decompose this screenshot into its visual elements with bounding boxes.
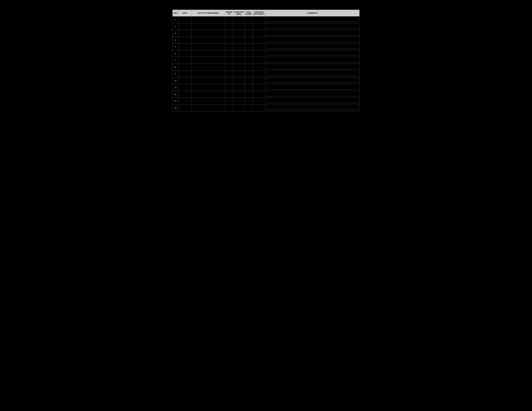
- cell-duration: [233, 23, 245, 30]
- cell-comments: [266, 57, 360, 64]
- cell-warmup: [225, 37, 233, 44]
- cell-activity: [191, 84, 225, 91]
- cell-day: 12: [173, 91, 179, 98]
- cell-duration: [233, 64, 245, 71]
- cell-date: [179, 104, 191, 111]
- cell-activity: [191, 17, 225, 23]
- cell-day: 14: [173, 104, 179, 111]
- table-row: 9: [173, 71, 360, 77]
- cell-day: 7: [173, 57, 179, 64]
- cell-distance: [253, 77, 266, 84]
- cell-day: 4: [173, 37, 179, 44]
- cell-comments: [266, 37, 360, 44]
- cell-activity: [191, 98, 225, 104]
- table-row: 12: [173, 91, 360, 98]
- cell-distance: [253, 17, 266, 23]
- cell-day: 1: [173, 17, 179, 23]
- cell-date: [179, 44, 191, 50]
- table-row: 11: [173, 84, 360, 91]
- cell-duration: [233, 50, 245, 57]
- cell-warmup: [225, 64, 233, 71]
- cell-day: 11: [173, 84, 179, 91]
- cell-distance: [253, 91, 266, 98]
- cell-date: [179, 71, 191, 77]
- table-row: 13: [173, 98, 360, 104]
- cell-warmup: [225, 50, 233, 57]
- table-row: 7: [173, 57, 360, 64]
- cell-distance: [253, 37, 266, 44]
- cell-duration: [233, 17, 245, 23]
- cell-date: [179, 17, 191, 23]
- cell-date: [179, 64, 191, 71]
- header-day: DAY: [173, 10, 179, 17]
- table-row: 5: [173, 44, 360, 50]
- cell-date: [179, 84, 191, 91]
- cell-distance: [253, 23, 266, 30]
- cell-distance: [253, 50, 266, 57]
- table-row: 6: [173, 50, 360, 57]
- cell-activity: [191, 71, 225, 77]
- cell-activity: [191, 91, 225, 98]
- cell-duration: [233, 98, 245, 104]
- table-row: 10: [173, 77, 360, 84]
- cell-warmup: [225, 104, 233, 111]
- cell-day: 5: [173, 44, 179, 50]
- cell-comments: [266, 71, 360, 77]
- cell-warmup: [225, 91, 233, 98]
- cell-date: [179, 57, 191, 64]
- table-row: 8: [173, 64, 360, 71]
- cell-cooldown: [245, 57, 253, 64]
- cell-warmup: [225, 30, 233, 37]
- cell-cooldown: [245, 91, 253, 98]
- cell-cooldown: [245, 98, 253, 104]
- cell-duration: [233, 37, 245, 44]
- cell-duration: [233, 44, 245, 50]
- cell-date: [179, 50, 191, 57]
- table-header-row: DAY DATE ACTIVITY PERFORMED WARM UP DURA…: [173, 10, 360, 17]
- cell-cooldown: [245, 17, 253, 23]
- cell-day: 13: [173, 98, 179, 104]
- cell-cooldown: [245, 37, 253, 44]
- table-row: 4: [173, 37, 360, 44]
- cell-duration: [233, 84, 245, 91]
- cell-duration: [233, 57, 245, 64]
- cell-date: [179, 98, 191, 104]
- cell-duration: [233, 104, 245, 111]
- cell-date: [179, 77, 191, 84]
- cell-warmup: [225, 77, 233, 84]
- cell-duration: [233, 77, 245, 84]
- cell-comments: [266, 84, 360, 91]
- cell-warmup: [225, 17, 233, 23]
- cell-comments: [266, 30, 360, 37]
- header-comments: COMMENTS: [266, 10, 360, 17]
- cell-duration: [233, 91, 245, 98]
- cell-comments: [266, 91, 360, 98]
- cell-comments: [266, 17, 360, 23]
- cell-day: 10: [173, 77, 179, 84]
- cell-day: 2: [173, 23, 179, 30]
- cell-cooldown: [245, 50, 253, 57]
- header-date: DATE: [179, 10, 191, 17]
- cell-warmup: [225, 23, 233, 30]
- cell-activity: [191, 44, 225, 50]
- cell-day: 9: [173, 71, 179, 77]
- cell-warmup: [225, 98, 233, 104]
- cell-date: [179, 91, 191, 98]
- cell-activity: [191, 64, 225, 71]
- cell-warmup: [225, 84, 233, 91]
- cell-activity: [191, 30, 225, 37]
- cell-cooldown: [245, 84, 253, 91]
- table-row: 14: [173, 104, 360, 111]
- cell-cooldown: [245, 77, 253, 84]
- cell-activity: [191, 57, 225, 64]
- cell-activity: [191, 77, 225, 84]
- cell-duration: [233, 71, 245, 77]
- cell-comments: [266, 64, 360, 71]
- cell-warmup: [225, 71, 233, 77]
- cell-activity: [191, 104, 225, 111]
- cell-cooldown: [245, 44, 253, 50]
- cell-distance: [253, 104, 266, 111]
- cell-date: [179, 37, 191, 44]
- cell-cooldown: [245, 30, 253, 37]
- cell-cooldown: [245, 104, 253, 111]
